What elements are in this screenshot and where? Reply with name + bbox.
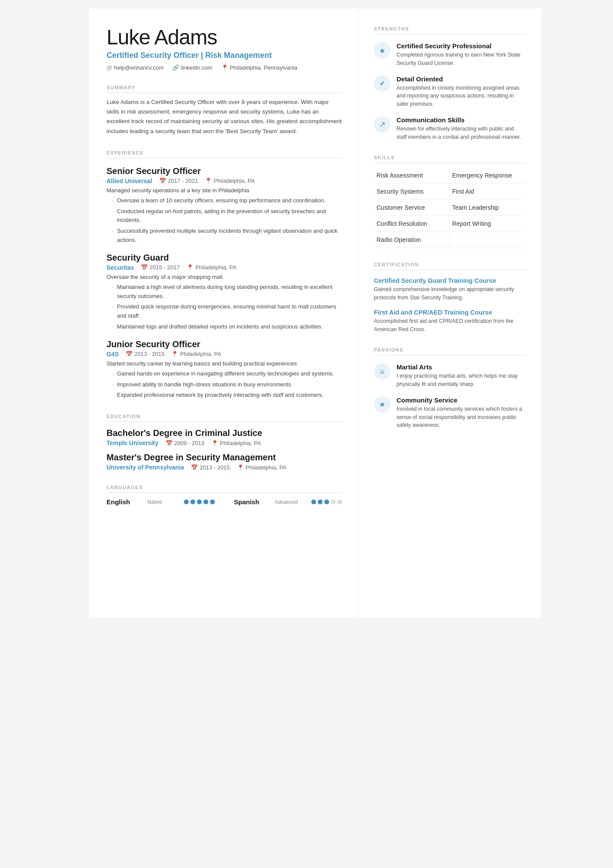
lang-name: Spanish bbox=[234, 498, 264, 506]
strength-title: Certified Security Professional bbox=[396, 42, 525, 50]
languages-label: LANGUAGES bbox=[107, 485, 342, 493]
education-label: EDUCATION bbox=[107, 414, 342, 422]
strength-title: Detail Oriented bbox=[396, 75, 525, 83]
skill-cell: Customer Service bbox=[374, 200, 450, 216]
location-value: Philadelphia, Pennsylvania bbox=[230, 64, 297, 71]
strength-item: ★ Certified Security Professional Comple… bbox=[374, 42, 525, 67]
edu-dates: 📅 2009 - 2013 bbox=[166, 440, 204, 446]
header: Luke Adams Certified Security Officer | … bbox=[107, 26, 342, 71]
dot bbox=[190, 499, 195, 504]
dot bbox=[184, 499, 189, 504]
passions-section: PASSIONS ⚔ Martial Arts I enjoy practici… bbox=[374, 347, 525, 429]
certification-section: CERTIFICATION Certified Security Guard T… bbox=[374, 262, 525, 333]
edu-location: 📍 Philadelphia, PA bbox=[211, 440, 261, 446]
strengths-section: STRENGTHS ★ Certified Security Professio… bbox=[374, 26, 525, 141]
dot-empty bbox=[331, 499, 336, 504]
email-value: help@enhancv.com bbox=[114, 64, 163, 71]
edu-item: Bachelor's Degree in Criminal Justice Te… bbox=[107, 428, 342, 446]
skill-cell: Emergency Response bbox=[450, 168, 525, 184]
linkedin-contact: 🔗 linkedin.com bbox=[172, 64, 212, 71]
strength-content: Detail Oriented Accomplished in closely … bbox=[396, 75, 525, 108]
candidate-name: Luke Adams bbox=[107, 26, 342, 49]
skills-grid: Risk Assessment Emergency Response Secur… bbox=[374, 168, 525, 248]
calendar-icon: 📅 bbox=[141, 264, 148, 271]
dot bbox=[210, 499, 215, 504]
left-column: Luke Adams Certified Security Officer | … bbox=[89, 9, 358, 618]
job-location: 📍 Philadelphia, PA bbox=[205, 178, 254, 184]
dot bbox=[197, 499, 202, 504]
strength-desc: Renown for effectively interacting with … bbox=[396, 125, 525, 141]
passions-label: PASSIONS bbox=[374, 347, 525, 355]
calendar-icon: 📅 bbox=[166, 440, 173, 446]
job-summary: Oversaw the security of a major shopping… bbox=[107, 274, 342, 280]
candidate-title: Certified Security Officer | Risk Manage… bbox=[107, 51, 342, 60]
experience-section: EXPERIENCE Senior Security Officer Allie… bbox=[107, 150, 342, 400]
job-location: 📍 Philadelphia, PA bbox=[171, 351, 221, 357]
summary-label: SUMMARY bbox=[107, 85, 342, 93]
skills-label: SKILLS bbox=[374, 155, 525, 163]
bullet-item: Oversaw a team of 10 security officers, … bbox=[112, 196, 342, 205]
job-item: Security Guard Securitas 📅 2015 - 2017 📍… bbox=[107, 253, 342, 332]
edu-degree: Bachelor's Degree in Criminal Justice bbox=[107, 428, 342, 438]
bullet-item: Maintained a high level of alertness dur… bbox=[112, 283, 342, 301]
job-bullets: Maintained a high level of alertness dur… bbox=[107, 283, 342, 332]
lang-level: Advanced bbox=[275, 499, 301, 505]
linkedin-value: linkedin.com bbox=[181, 64, 212, 71]
calendar-icon: 📅 bbox=[159, 178, 166, 184]
language-row: English Native Spanish Advanced bbox=[107, 498, 342, 506]
skill-cell: Risk Assessment bbox=[374, 168, 450, 184]
bullet-item: Successfully prevented multiple security… bbox=[112, 227, 342, 245]
job-bullets: Gained hands-on experience in navigating… bbox=[107, 369, 342, 400]
dot bbox=[311, 499, 316, 504]
contact-row: @ help@enhancv.com 🔗 linkedin.com 📍 Phil… bbox=[107, 64, 342, 71]
cert-desc: Gained comprehensive knowledge on approp… bbox=[374, 285, 525, 302]
strength-icon: ★ bbox=[374, 42, 390, 59]
passion-icon: ★ bbox=[374, 396, 390, 413]
job-item: Junior Security Officer G4S 📅 2013 - 201… bbox=[107, 339, 342, 400]
job-dates: 📅 2015 - 2017 bbox=[141, 264, 180, 271]
skill-cell: Radio Operation bbox=[374, 232, 450, 248]
bullet-item: Provided quick response during emergenci… bbox=[112, 302, 342, 321]
edu-item: Master's Degree in Security Management U… bbox=[107, 452, 342, 471]
skills-section: SKILLS Risk Assessment Emergency Respons… bbox=[374, 155, 525, 248]
calendar-icon: 📅 bbox=[126, 351, 133, 357]
passion-title: Community Service bbox=[396, 396, 525, 404]
job-company: Securitas bbox=[107, 264, 134, 271]
lang-dots-english bbox=[184, 499, 215, 504]
job-dates: 📅 2013 - 2015 bbox=[126, 351, 164, 357]
job-location: 📍 Philadelphia, PA bbox=[187, 264, 236, 271]
strength-content: Communication Skills Renown for effectiv… bbox=[396, 116, 525, 141]
job-item: Senior Security Officer Allied Universal… bbox=[107, 166, 342, 245]
resume: Luke Adams Certified Security Officer | … bbox=[89, 9, 524, 618]
cert-title: Certified Security Guard Training Course bbox=[374, 277, 525, 284]
passion-item: ⚔ Martial Arts I enjoy practicing martia… bbox=[374, 363, 525, 389]
skill-cell bbox=[450, 232, 525, 248]
edu-school: Temple University bbox=[107, 439, 159, 446]
summary-text: Luke Adams is a Certified Security Offic… bbox=[107, 97, 342, 136]
passion-desc: Involved in local community services whi… bbox=[396, 405, 525, 429]
passion-desc: I enjoy practicing martial arts, which h… bbox=[396, 372, 525, 389]
dot-empty bbox=[337, 499, 342, 504]
strength-item: ↗ Communication Skills Renown for effect… bbox=[374, 116, 525, 141]
bullet-item: Maintained logs and drafted detailed rep… bbox=[112, 322, 342, 332]
strengths-label: STRENGTHS bbox=[374, 26, 525, 34]
skill-cell: Team Leadership bbox=[450, 200, 525, 216]
summary-section: SUMMARY Luke Adams is a Certified Securi… bbox=[107, 85, 342, 136]
passion-content: Martial Arts I enjoy practicing martial … bbox=[396, 363, 525, 389]
pin-icon: 📍 bbox=[237, 464, 244, 471]
bullet-item: Gained hands-on experience in navigating… bbox=[112, 369, 342, 379]
job-meta: Securitas 📅 2015 - 2017 📍 Philadelphia, … bbox=[107, 264, 342, 271]
job-summary: Managed security operations at a key sit… bbox=[107, 187, 342, 194]
job-meta: G4S 📅 2013 - 2015 📍 Philadelphia, PA bbox=[107, 351, 342, 358]
lang-dots-spanish bbox=[311, 499, 342, 504]
job-summary: Started security career by learning basi… bbox=[107, 360, 342, 367]
calendar-icon: 📅 bbox=[191, 464, 198, 471]
bullet-item: Improved ability to handle high-stress s… bbox=[112, 380, 342, 389]
experience-label: EXPERIENCE bbox=[107, 150, 342, 158]
edu-degree: Master's Degree in Security Management bbox=[107, 452, 342, 462]
job-title: Senior Security Officer bbox=[107, 166, 342, 176]
passion-title: Martial Arts bbox=[396, 363, 525, 371]
strength-icon: ↗ bbox=[374, 116, 390, 133]
dot bbox=[324, 499, 329, 504]
dot bbox=[318, 499, 323, 504]
